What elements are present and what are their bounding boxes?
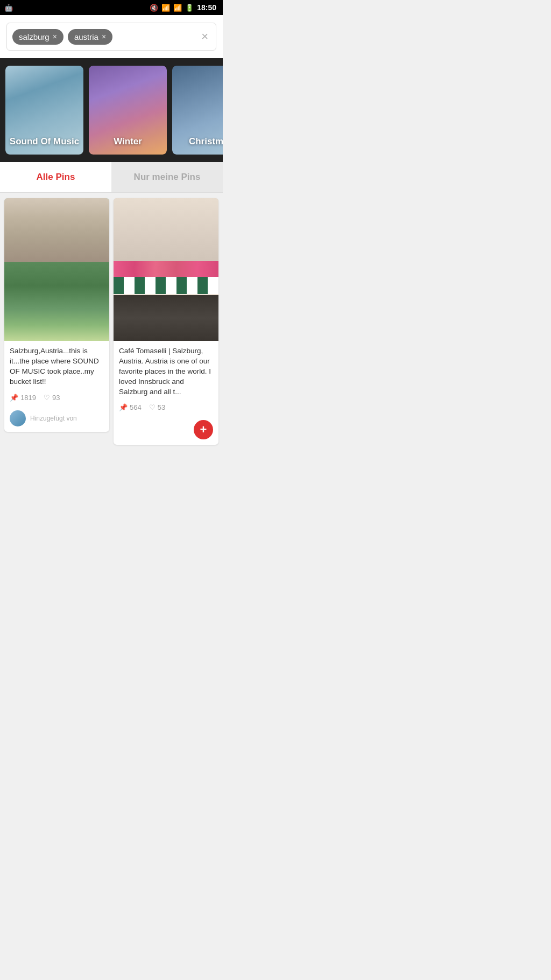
clock: 18:50	[197, 3, 216, 12]
status-right: 🔇 📶 📶 🔋 18:50	[150, 3, 216, 12]
cafe-awning-layer	[114, 277, 218, 294]
category-label-winter: Winter	[89, 136, 167, 147]
pin-repins-cafe: 📌 564	[119, 403, 142, 411]
category-christmas[interactable]: Christmas	[172, 66, 223, 155]
category-label-christmas: Christmas	[172, 136, 223, 147]
wifi-icon: 📶	[161, 4, 170, 12]
repin-icon-cafe: 📌	[119, 403, 128, 411]
category-sound-of-music[interactable]: Sound Of Music	[5, 66, 83, 155]
category-label-sound: Sound Of Music	[5, 136, 83, 147]
cafe-bottom-layer	[114, 295, 218, 341]
tag-label: salzburg	[19, 32, 50, 41]
pin-image-salzburg	[4, 198, 109, 341]
app-icon: 🤖	[4, 4, 13, 12]
pin-likes-salzburg: ♡ 93	[44, 394, 60, 402]
status-left: 🤖	[4, 4, 13, 12]
pin-column-left: Salzburg,Austria...this is it...the plac…	[4, 198, 109, 445]
search-box[interactable]: salzburg × austria × ×	[6, 23, 216, 51]
pin-card-salzburg[interactable]: Salzburg,Austria...this is it...the plac…	[4, 198, 109, 432]
heart-icon-cafe: ♡	[149, 403, 156, 411]
tab-alle-pins[interactable]: Alle Pins	[0, 162, 111, 192]
heart-icon: ♡	[44, 394, 50, 402]
battery-icon: 🔋	[185, 4, 194, 12]
tag-remove-salzburg[interactable]: ×	[53, 32, 57, 41]
pin-footer-cafe: +	[114, 417, 218, 445]
pins-grid: Salzburg,Austria...this is it...the plac…	[0, 193, 223, 450]
tag-austria[interactable]: austria ×	[68, 29, 112, 45]
pin-column-right: Café Tomaselli | Salzburg, Austria. Aust…	[114, 198, 218, 445]
mute-icon: 🔇	[150, 4, 158, 12]
pin-meta-salzburg: 📌 1819 ♡ 93	[4, 390, 109, 407]
salzburg-garden-layer	[4, 262, 109, 341]
tabs: Alle Pins Nur meine Pins	[0, 162, 223, 193]
pin-meta-cafe: 📌 564 ♡ 53	[114, 400, 218, 417]
pin-card-cafe[interactable]: Café Tomaselli | Salzburg, Austria. Aust…	[114, 198, 218, 445]
category-winter[interactable]: Winter	[89, 66, 167, 155]
pin-text-cafe: Café Tomaselli | Salzburg, Austria. Aust…	[114, 341, 218, 400]
tag-salzburg[interactable]: salzburg ×	[12, 29, 63, 45]
pin-image-cafe	[114, 198, 218, 341]
search-area: salzburg × austria × ×	[0, 15, 223, 58]
tag-label: austria	[74, 32, 98, 41]
pin-text-salzburg: Salzburg,Austria...this is it...the plac…	[4, 341, 109, 390]
pin-add-button[interactable]: +	[194, 420, 213, 439]
pin-repins-salzburg: 📌 1819	[10, 394, 36, 402]
tab-nur-meine-pins[interactable]: Nur meine Pins	[111, 162, 223, 192]
pin-added-label-salzburg: Hinzugefügt von	[30, 415, 77, 422]
category-bar: Sound Of Music Winter Christmas	[0, 58, 223, 162]
tag-remove-austria[interactable]: ×	[102, 32, 106, 41]
status-bar: 🤖 🔇 📶 📶 🔋 18:50	[0, 0, 223, 15]
pin-avatar-salzburg	[10, 410, 26, 426]
repin-icon: 📌	[10, 394, 18, 402]
pin-footer-salzburg: Hinzugefügt von	[4, 407, 109, 432]
search-clear-button[interactable]: ×	[199, 27, 210, 46]
salzburg-castle-layer	[4, 198, 109, 262]
signal-icon: 📶	[173, 4, 182, 12]
pin-likes-cafe: ♡ 53	[149, 403, 165, 411]
